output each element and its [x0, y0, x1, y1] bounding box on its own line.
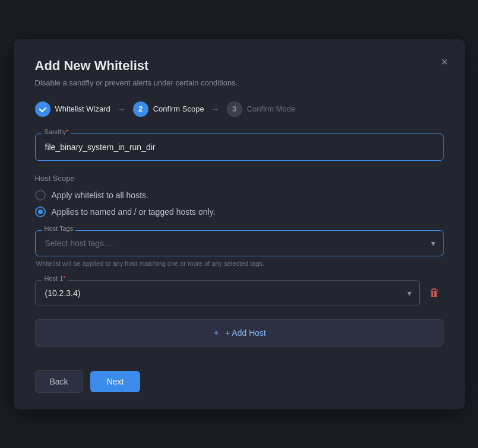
host-tags-select-wrapper: Select host tags.... ▾: [35, 230, 444, 256]
host-tags-select[interactable]: Select host tags....: [35, 230, 444, 256]
step-3: 3 Confirm Mode: [227, 101, 296, 117]
plus-icon: ＋: [212, 328, 220, 338]
radio-all-hosts-indicator: [35, 190, 46, 201]
radio-dot: [38, 209, 43, 214]
modal-subtitle: Disable a sandfly or prevent alerts unde…: [35, 78, 444, 87]
radio-all-hosts[interactable]: Apply whitelist to all hosts.: [35, 190, 444, 201]
step-1: Whitelist Wizard: [35, 101, 110, 117]
step-2: 2 Confirm Scope: [133, 101, 204, 117]
host-tags-field-group: Host Tags Select host tags.... ▾ Whiteli…: [35, 230, 444, 267]
step-1-arrow: →: [118, 104, 126, 114]
next-button[interactable]: Next: [90, 371, 141, 392]
modal: × Add New Whitelist Disable a sandfly or…: [14, 39, 465, 409]
trash-icon: 🗑: [429, 287, 440, 298]
sandfly-label: Sandfly*: [42, 128, 71, 135]
step-3-circle: 3: [227, 101, 242, 117]
radio-named-hosts[interactable]: Applies to named and / or tagged hosts o…: [35, 206, 444, 217]
host1-label: Host 1*: [42, 275, 68, 282]
step-2-arrow: →: [211, 104, 220, 114]
host1-select[interactable]: (10.2.3.4): [35, 280, 420, 306]
host-tags-hint: Whitelist will be applied to any host ma…: [35, 260, 444, 267]
step-2-circle: 2: [133, 101, 148, 117]
radio-all-hosts-label: Apply whitelist to all hosts.: [52, 190, 148, 200]
radio-named-hosts-label: Applies to named and / or tagged hosts o…: [52, 207, 216, 217]
sandfly-input[interactable]: [35, 134, 444, 161]
step-3-label: Confirm Mode: [247, 104, 296, 113]
host-scope-title: Host Scope: [35, 174, 444, 183]
sandfly-field-group: Sandfly*: [35, 134, 444, 161]
back-button[interactable]: Back: [35, 370, 83, 393]
host1-select-wrapper: (10.2.3.4) ▾: [35, 280, 420, 306]
step-1-circle: [35, 101, 50, 117]
stepper: Whitelist Wizard → 2 Confirm Scope → 3 C…: [35, 101, 444, 117]
host1-delete-button[interactable]: 🗑: [426, 283, 444, 303]
host1-row: (10.2.3.4) ▾ 🗑: [35, 280, 444, 306]
radio-named-hosts-indicator: [35, 206, 46, 217]
step-1-label: Whitelist Wizard: [55, 104, 110, 113]
add-host-button[interactable]: ＋ + Add Host: [35, 319, 444, 347]
close-button[interactable]: ×: [439, 53, 451, 70]
modal-title: Add New Whitelist: [35, 58, 444, 74]
host1-field-group: Host 1* (10.2.3.4) ▾ 🗑: [35, 280, 444, 306]
step-2-label: Confirm Scope: [153, 104, 204, 113]
modal-footer: Back Next: [35, 366, 444, 393]
host-tags-label: Host Tags: [42, 225, 76, 232]
host-scope-radio-group: Apply whitelist to all hosts. Applies to…: [35, 190, 444, 217]
